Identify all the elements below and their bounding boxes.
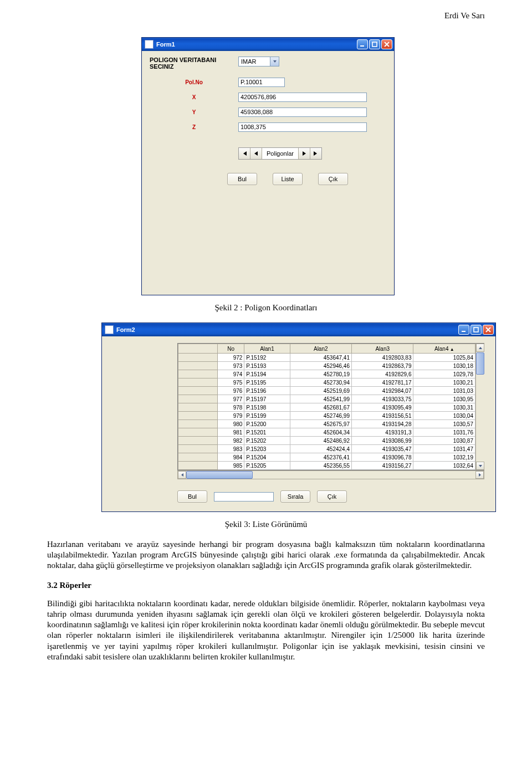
- form2-title: Form2: [116, 326, 458, 333]
- cell: P.15199: [244, 412, 290, 420]
- cell: 452730,94: [290, 378, 351, 387]
- svg-rect-2: [462, 331, 466, 332]
- column-header[interactable]: Alan4 ▲: [413, 344, 475, 354]
- horizontal-scrollbar[interactable]: [177, 470, 484, 479]
- maximize-button[interactable]: [470, 325, 482, 335]
- z-field[interactable]: 1008,375: [238, 122, 367, 132]
- app-icon: [145, 40, 154, 49]
- sirala-button[interactable]: Sırala: [280, 490, 310, 503]
- column-header[interactable]: Alan2: [290, 344, 351, 354]
- cell: 1030,95: [413, 395, 475, 403]
- table-row[interactable]: 972P.15192453647,414192803,831025,84: [178, 354, 475, 362]
- table-row[interactable]: 985P.15205452356,554193156,271032,64: [178, 462, 475, 470]
- column-header[interactable]: [178, 344, 218, 354]
- cell: 4193191,3: [352, 428, 413, 437]
- y-label: Y: [150, 109, 238, 115]
- scrollbar-thumb[interactable]: [186, 471, 253, 479]
- table-row[interactable]: 980P.15200452675,974193194,281030,57: [178, 420, 475, 428]
- db-combo[interactable]: IMAR: [238, 57, 279, 66]
- liste-button[interactable]: Liste: [273, 173, 303, 185]
- bul-button[interactable]: Bul: [227, 173, 257, 185]
- cell: 452946,46: [290, 362, 351, 370]
- table-row[interactable]: 977P.15197452541,994193033,751030,95: [178, 395, 475, 403]
- maximize-button[interactable]: [369, 39, 380, 49]
- cell: P.15193: [244, 362, 290, 370]
- row-header: [178, 412, 218, 420]
- figure2-caption: Şekil 2 : Poligon Koordinatları: [47, 303, 485, 313]
- form2-window: Form2 NoAlan1Alan2Alan3Alan4 ▲972P.15192…: [101, 323, 496, 512]
- nav-first-icon[interactable]: [239, 148, 250, 159]
- row-header: [178, 453, 218, 462]
- record-navigator[interactable]: Poligonlar: [238, 147, 322, 160]
- table-row[interactable]: 981P.15201452604,344193191,31031,76: [178, 428, 475, 437]
- data-grid[interactable]: NoAlan1Alan2Alan3Alan4 ▲972P.15192453647…: [177, 343, 484, 470]
- cell: 4192781,17: [352, 378, 413, 387]
- table-row[interactable]: 982P.15202452486,924193086,991030,87: [178, 437, 475, 445]
- polno-field[interactable]: P.10001: [238, 78, 285, 87]
- table-row[interactable]: 984P.15204452376,414193096,781032,19: [178, 453, 475, 462]
- scroll-left-icon[interactable]: [178, 471, 186, 479]
- bul-button[interactable]: Bul: [177, 490, 207, 503]
- cell: 453647,41: [290, 354, 351, 362]
- cell: 977: [217, 395, 244, 403]
- chevron-down-icon[interactable]: [270, 57, 279, 66]
- cell: 1030,04: [413, 412, 475, 420]
- cell: 1030,87: [413, 437, 475, 445]
- svg-rect-0: [360, 45, 364, 47]
- body-paragraph-2: Bilindiği gibi haritacılıkta noktaların …: [47, 598, 485, 662]
- page-header: Erdi Ve Sarı: [47, 11, 485, 21]
- app-icon: [105, 325, 114, 334]
- cik-button[interactable]: Çık: [318, 173, 348, 185]
- nav-last-icon[interactable]: [310, 148, 321, 159]
- table-row[interactable]: 975P.15195452730,944192781,171030,21: [178, 378, 475, 387]
- body-paragraph-1: Hazırlanan veritabanı ve arayüz sayesind…: [47, 539, 485, 571]
- cell: 452675,97: [290, 420, 351, 428]
- scroll-down-icon[interactable]: [476, 462, 484, 470]
- close-button[interactable]: [483, 325, 494, 335]
- form2-titlebar[interactable]: Form2: [102, 323, 495, 336]
- scrollbar-thumb[interactable]: [476, 352, 484, 375]
- cell: 985: [217, 462, 244, 470]
- cell: P.15197: [244, 395, 290, 403]
- cell: 1030,31: [413, 403, 475, 412]
- table-row[interactable]: 983P.15203452424,44193035,471031,47: [178, 445, 475, 453]
- nav-next-icon[interactable]: [299, 148, 310, 159]
- cell: P.15192: [244, 354, 290, 362]
- y-field[interactable]: 459308,088: [238, 108, 367, 117]
- cell: P.15194: [244, 370, 290, 378]
- form1-titlebar[interactable]: Form1: [142, 38, 394, 51]
- cell: 974: [217, 370, 244, 378]
- nav-prev-icon[interactable]: [250, 148, 262, 159]
- scroll-up-icon[interactable]: [476, 344, 484, 352]
- minimize-button[interactable]: [458, 325, 469, 335]
- table-row[interactable]: 979P.15199452746,994193156,511030,04: [178, 412, 475, 420]
- cik-button[interactable]: Çık: [317, 490, 347, 503]
- scroll-right-icon[interactable]: [475, 471, 484, 479]
- cell: 452356,55: [290, 462, 351, 470]
- table-row[interactable]: 976P.15196452519,694192984,071031,03: [178, 387, 475, 395]
- cell: 1025,84: [413, 354, 475, 362]
- cell: 1030,18: [413, 362, 475, 370]
- column-header[interactable]: Alan3: [352, 344, 413, 354]
- cell: 452681,67: [290, 403, 351, 412]
- cell: 452486,92: [290, 437, 351, 445]
- table-row[interactable]: 978P.15198452681,674193095,491030,31: [178, 403, 475, 412]
- vertical-scrollbar[interactable]: [475, 344, 484, 470]
- row-header: [178, 378, 218, 387]
- close-button[interactable]: [381, 39, 392, 49]
- table-row[interactable]: 974P.15194452780,194192829,61029,78: [178, 370, 475, 378]
- cell: 452604,34: [290, 428, 351, 437]
- column-header[interactable]: No: [217, 344, 244, 354]
- search-input[interactable]: [214, 492, 274, 501]
- minimize-button[interactable]: [357, 39, 368, 49]
- cell: 4193033,75: [352, 395, 413, 403]
- column-header[interactable]: Alan1: [244, 344, 290, 354]
- cell: 973: [217, 362, 244, 370]
- cell: P.15200: [244, 420, 290, 428]
- svg-rect-1: [372, 42, 377, 47]
- table-row[interactable]: 973P.15193452946,464192863,791030,18: [178, 362, 475, 370]
- nav-label: Poligonlar: [262, 148, 299, 159]
- cell: 1031,03: [413, 387, 475, 395]
- cell: 980: [217, 420, 244, 428]
- x-field[interactable]: 4200576,896: [238, 93, 367, 102]
